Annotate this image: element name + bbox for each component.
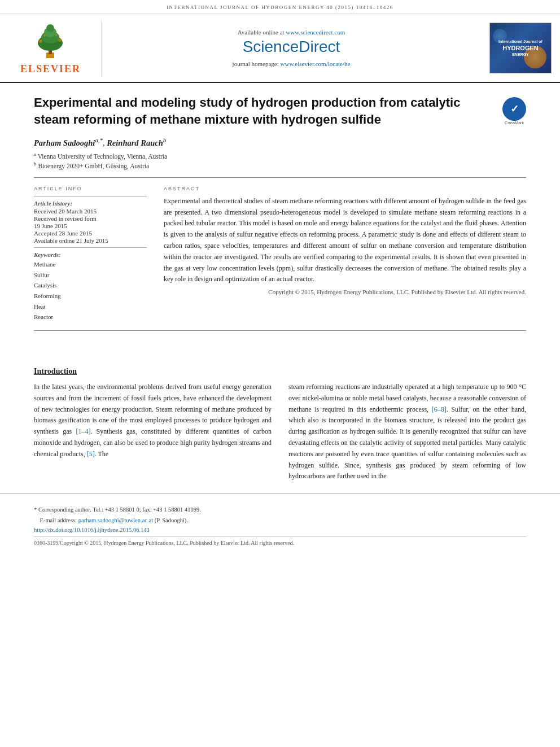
svg-point-8 [43,34,46,37]
author2-sup: b [163,137,166,143]
article-info-col: ARTICLE INFO Article history: Received 2… [34,186,147,322]
journal-homepage-url[interactable]: www.elsevier.com/locate/he [281,60,351,67]
header-section: ELSEVIER Available online at www.science… [0,14,560,83]
ref-1-4[interactable]: [1–4] [76,427,90,435]
available-online-date: Available online 21 July 2015 [34,237,147,244]
accepted-date: Accepted 28 June 2015 [34,230,147,237]
crossmark-icon: ✓ [502,97,526,121]
affiliation-a: a Vienna University of Technology, Vienn… [34,151,526,160]
received-date: Received 20 March 2015 [34,208,147,215]
keyword-methane: Methane [34,259,147,270]
keyword-sulfur: Sulfur [34,270,147,281]
email-link[interactable]: parham.sadooghi@tuwien.ac.at [78,517,153,523]
doi-link[interactable]: http://dx.doi.org/10.1016/j.ijhydene.201… [34,527,526,533]
crossmark-label: CrossMark [502,121,526,125]
svg-point-5 [46,24,54,32]
journal-header-bar: INTERNATIONAL JOURNAL OF HYDROGEN ENERGY… [0,0,560,14]
intro-col-right-text: steam reforming reactions are industrial… [288,383,526,480]
email-note: E-mail address: parham.sadooghi@tuwien.a… [34,516,526,525]
keywords-label: Keywords: [34,251,147,258]
svg-point-6 [39,40,42,43]
intro-two-col: In the latest years, the environmental p… [34,382,526,482]
sciencedirect-url[interactable]: www.sciencedirect.com [286,29,345,36]
keyword-reforming: Reforming [34,291,147,302]
ref-6-8[interactable]: [6–8] [432,405,447,413]
elsevier-tree-icon [25,21,76,61]
elsevier-wordmark: ELSEVIER [20,63,81,75]
footer-section: * Corresponding author. Tel.: +43 1 5880… [0,493,560,552]
article-info-label: ARTICLE INFO [34,186,147,191]
corresponding-note: * Corresponding author. Tel.: +43 1 5880… [34,505,526,514]
copyright-footer: 0360-3199/Copyright © 2015, Hydrogen Ene… [34,536,526,546]
article-section: ✓ CrossMark Experimental and modeling st… [0,83,560,331]
article-title: Experimental and modeling study of hydro… [34,94,526,128]
abstract-copyright: Copyright © 2015, Hydrogen Energy Public… [164,289,526,295]
intro-col-right: steam reforming reactions are industrial… [288,382,526,482]
cover-text: International Journal of HYDROGEN ENERGY [496,37,545,59]
crossmark-badge: ✓ CrossMark [502,97,526,125]
divider [34,177,526,178]
author2-name: Reinhard Rauch [107,138,163,147]
author1-name: Parham Sadooghi [34,138,95,147]
received-revised-label: Received in revised form [34,215,147,222]
affiliation-b: b Bioenergy 2020+ GmbH, Güssing, Austria [34,161,526,169]
header-center: Available online at www.sciencedirect.co… [102,20,481,76]
intro-col-left: In the latest years, the environmental p… [34,382,272,482]
history-label: Article history: [34,200,147,207]
journal-title-top: INTERNATIONAL JOURNAL OF HYDROGEN ENERGY… [167,5,393,10]
article-info-abstract: ARTICLE INFO Article history: Received 2… [34,186,526,322]
journal-cover: International Journal of HYDROGEN ENERGY [489,23,552,73]
journal-cover-section: International Journal of HYDROGEN ENERGY [481,20,560,76]
keyword-heat: Heat [34,302,147,312]
keyword-reactor: Reactor [34,312,147,322]
spacer [0,339,560,356]
sciencedirect-title: ScienceDirect [243,38,340,56]
svg-point-9 [55,34,58,36]
svg-point-7 [58,38,62,42]
intro-title: Introduction [34,367,526,376]
author1-sup: a,* [95,137,103,143]
elsevier-logo: ELSEVIER [20,21,81,75]
article-history-block: Article history: Received 20 March 2015 … [34,196,147,244]
introduction-section: Introduction In the latest years, the en… [0,356,560,482]
divider2 [34,330,526,331]
keywords-block: Keywords: Methane Sulfur Catalysis Refor… [34,247,147,322]
keyword-catalysis: Catalysis [34,280,147,291]
abstract-col: ABSTRACT Experimental and theoretical st… [164,186,526,322]
abstract-label: ABSTRACT [164,186,526,191]
intro-col-left-text: In the latest years, the environmental p… [34,383,272,458]
authors-line: Parham Sadooghia,*, Reinhard Rauchb [34,137,526,148]
journal-homepage: journal homepage: www.elsevier.com/locat… [233,60,351,67]
abstract-text: Experimental and theoretical studies of … [164,196,526,285]
elsevier-logo-section: ELSEVIER [0,20,102,76]
ref-5[interactable]: [5] [87,450,95,458]
received-revised-date: 19 June 2015 [34,222,147,229]
available-online-text: Available online at www.sciencedirect.co… [238,29,345,36]
